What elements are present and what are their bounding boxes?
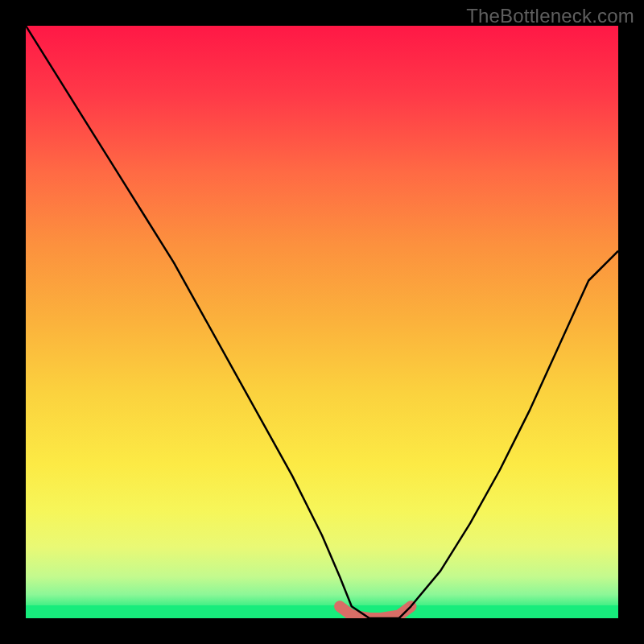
bottleneck-curve	[26, 26, 618, 618]
watermark-text: TheBottleneck.com	[466, 5, 634, 27]
chart-curves-svg	[26, 26, 618, 618]
chart-plot-area	[26, 26, 618, 618]
